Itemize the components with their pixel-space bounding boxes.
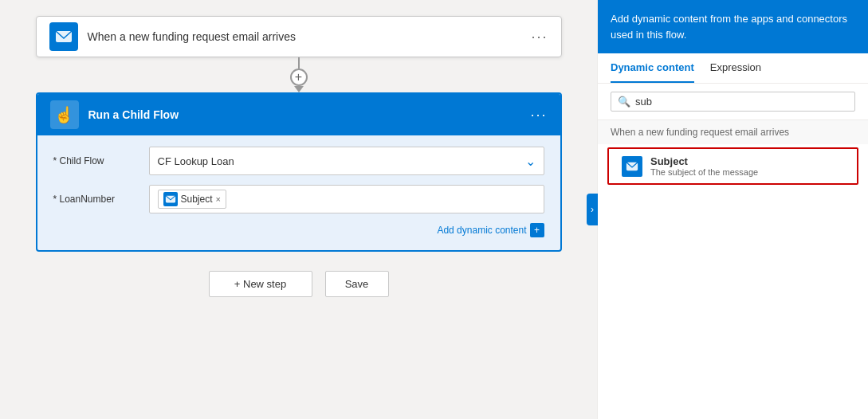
panel-section-label: When a new funding request email arrives <box>598 120 868 144</box>
child-flow-field-row: * Child Flow CF Lookup Loan ⌄ <box>53 147 544 175</box>
connector-line <box>298 57 300 69</box>
action-body: * Child Flow CF Lookup Loan ⌄ * LoanNumb… <box>37 135 560 250</box>
tab-expression[interactable]: Expression <box>710 53 761 83</box>
panel-header-text: Add dynamic content from the apps and co… <box>611 13 847 41</box>
child-flow-value: CF Lookup Loan <box>158 155 525 167</box>
connector: + <box>290 57 308 92</box>
child-flow-label: * Child Flow <box>53 155 149 166</box>
right-panel: › Add dynamic content from the apps and … <box>597 0 868 419</box>
action-more-menu[interactable]: ··· <box>530 107 547 123</box>
subject-tag-close[interactable]: × <box>216 194 221 204</box>
subject-result-item[interactable]: Subject The subject of the message <box>607 147 858 185</box>
trigger-card: When a new funding request email arrives… <box>36 16 562 57</box>
panel-collapse-tab[interactable]: › <box>587 194 598 225</box>
trigger-more-menu[interactable]: ··· <box>531 29 548 45</box>
outlook-icon <box>49 22 78 51</box>
search-input[interactable] <box>635 96 848 108</box>
result-outlook-icon <box>622 156 642 177</box>
new-step-button[interactable]: + New step <box>209 271 312 297</box>
result-description: The subject of the message <box>650 167 758 177</box>
main-canvas: When a new funding request email arrives… <box>0 0 597 419</box>
result-text: Subject The subject of the message <box>650 155 758 177</box>
tab-dynamic-content[interactable]: Dynamic content <box>611 53 694 83</box>
panel-arrow-icon: › <box>591 204 594 215</box>
add-dynamic-content-button[interactable]: Add dynamic content + <box>437 223 544 237</box>
action-title: Run a Child Flow <box>88 108 531 121</box>
add-dynamic-row: Add dynamic content + <box>53 223 544 237</box>
subject-tag-outlook-icon <box>163 192 178 206</box>
connector-arrow <box>294 86 304 92</box>
add-dynamic-plus-icon: + <box>530 223 544 237</box>
search-icon: 🔍 <box>618 96 630 108</box>
trigger-title: When a new funding request email arrives <box>88 30 532 43</box>
subject-tag: Subject × <box>158 190 226 209</box>
panel-header: Add dynamic content from the apps and co… <box>598 0 868 53</box>
panel-tabs: Dynamic content Expression <box>598 53 868 84</box>
search-box: 🔍 <box>611 92 855 112</box>
action-card: ☝ Run a Child Flow ··· * Child Flow CF L… <box>36 92 562 252</box>
result-name: Subject <box>650 155 758 167</box>
add-dynamic-label: Add dynamic content <box>437 225 526 236</box>
subject-tag-label: Subject <box>181 194 213 205</box>
save-button[interactable]: Save <box>325 271 389 297</box>
child-flow-icon: ☝ <box>50 100 79 129</box>
loan-number-label: * LoanNumber <box>53 194 149 205</box>
add-step-button[interactable]: + <box>290 69 308 86</box>
loan-number-input[interactable]: Subject × <box>149 185 544 213</box>
action-header: ☝ Run a Child Flow ··· <box>37 94 560 135</box>
child-flow-dropdown-arrow[interactable]: ⌄ <box>525 154 536 169</box>
child-flow-input[interactable]: CF Lookup Loan ⌄ <box>149 147 544 175</box>
loan-number-field-row: * LoanNumber Subject × <box>53 185 544 213</box>
bottom-buttons: + New step Save <box>209 271 389 297</box>
panel-search: 🔍 <box>598 84 868 120</box>
